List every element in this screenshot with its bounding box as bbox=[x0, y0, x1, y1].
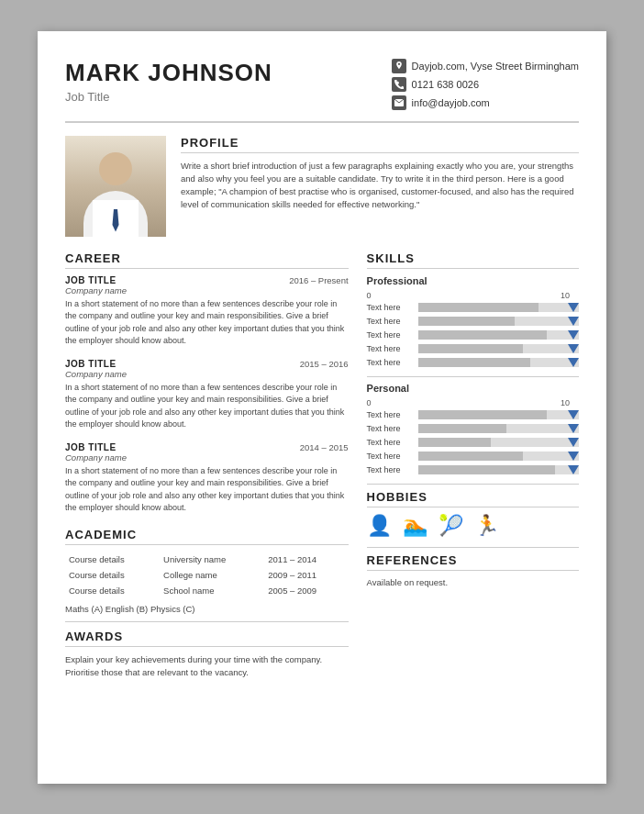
hobby-icon-3: 🎾 bbox=[439, 514, 463, 538]
job-header-1: JOB TITLE 2016 – Present bbox=[65, 275, 349, 285]
per-skill-1: Text here bbox=[367, 410, 579, 419]
job-desc-3: In a short statement of no more than a f… bbox=[65, 465, 349, 515]
per-skill-label-1: Text here bbox=[367, 410, 413, 419]
academic-title: ACADEMIC bbox=[65, 528, 349, 545]
photo-body bbox=[83, 191, 148, 237]
course-detail-2: Course details bbox=[65, 567, 160, 583]
per-skill-3: Text here bbox=[367, 438, 579, 447]
job-title-1: JOB TITLE bbox=[65, 275, 117, 285]
job-desc-1: In a short statement of no more than a f… bbox=[65, 298, 349, 348]
header-left: MARK JOHNSON Job Title bbox=[65, 59, 272, 104]
pro-skill-bar-2 bbox=[418, 317, 579, 326]
awards-section: AWARDS Explain your key achievements dur… bbox=[65, 630, 349, 680]
per-skill-bar-4 bbox=[418, 452, 579, 461]
pro-skill-4: Text here bbox=[367, 344, 579, 353]
job-dates-1: 2016 – Present bbox=[289, 275, 348, 285]
main-content: CAREER JOB TITLE 2016 – Present Company … bbox=[65, 251, 579, 680]
academic-table: Course details University name 2011 – 20… bbox=[65, 552, 349, 598]
pro-skill-label-3: Text here bbox=[367, 330, 413, 340]
job-desc-2: In a short statement of no more than a f… bbox=[65, 382, 349, 431]
left-column: CAREER JOB TITLE 2016 – Present Company … bbox=[65, 251, 349, 680]
academic-row-3: Course details School name 2005 – 2009 bbox=[65, 583, 349, 598]
per-skill-bar-1 bbox=[418, 410, 579, 419]
subjects-line: Maths (A) English (B) Physics (C) bbox=[65, 604, 349, 614]
contact-info: Dayjob.com, Vyse Street Birmingham 0121 … bbox=[392, 59, 579, 110]
per-scale-min: 0 bbox=[367, 398, 372, 407]
applicant-name: MARK JOHNSON bbox=[65, 59, 272, 87]
career-section: CAREER JOB TITLE 2016 – Present Company … bbox=[65, 251, 349, 515]
job-header-3: JOB TITLE 2014 – 2015 bbox=[65, 442, 349, 452]
pro-skill-bar-3 bbox=[418, 330, 579, 340]
pro-skill-bar-4 bbox=[418, 344, 579, 353]
per-scale-max: 10 bbox=[561, 398, 570, 407]
job-entry-1: JOB TITLE 2016 – Present Company name In… bbox=[65, 275, 349, 348]
pro-skill-label-5: Text here bbox=[367, 358, 413, 367]
per-skill-bar-3 bbox=[418, 438, 579, 447]
contact-email: info@dayjob.com bbox=[392, 95, 579, 110]
hobby-icon-2: 🏊 bbox=[403, 514, 427, 538]
photo-head bbox=[99, 152, 132, 185]
personal-skills-label: Personal bbox=[367, 383, 579, 394]
address-text: Dayjob.com, Vyse Street Birmingham bbox=[412, 61, 579, 72]
email-text: info@dayjob.com bbox=[412, 97, 490, 108]
course-detail-1: Course details bbox=[65, 552, 160, 567]
hobbies-section: HOBBIES 👤 🏊 🎾 🏃 bbox=[367, 490, 579, 538]
applicant-job-title: Job Title bbox=[65, 90, 272, 104]
per-skill-bar-5 bbox=[418, 465, 579, 474]
hobbies-title: HOBBIES bbox=[367, 490, 579, 507]
profile-text: Write a short brief introduction of just… bbox=[181, 160, 579, 212]
awards-title: AWARDS bbox=[65, 630, 349, 647]
job-dates-2: 2015 – 2016 bbox=[300, 359, 349, 369]
per-skill-label-3: Text here bbox=[367, 438, 413, 447]
pro-skill-bar-1 bbox=[418, 303, 579, 312]
pro-scale-min: 0 bbox=[367, 291, 372, 300]
company-name-1: Company name bbox=[65, 285, 349, 295]
per-skill-label-2: Text here bbox=[367, 424, 413, 433]
right-column: SKILLS Professional 0 10 Text here Text … bbox=[367, 251, 579, 680]
contact-address: Dayjob.com, Vyse Street Birmingham bbox=[392, 59, 579, 73]
references-section: REFERENCES Available on request. bbox=[367, 553, 579, 587]
company-name-2: Company name bbox=[65, 369, 349, 379]
references-text: Available on request. bbox=[367, 577, 579, 587]
profile-content: PROFILE Write a short brief introduction… bbox=[181, 136, 579, 237]
resume-document: MARK JOHNSON Job Title Dayjob.com, Vyse … bbox=[38, 31, 606, 784]
hobby-icon-1: 👤 bbox=[367, 514, 392, 538]
job-entry-3: JOB TITLE 2014 – 2015 Company name In a … bbox=[65, 442, 349, 515]
dates-1: 2011 – 2014 bbox=[264, 552, 348, 567]
skills-section: SKILLS Professional 0 10 Text here Text … bbox=[367, 251, 579, 474]
institution-1: University name bbox=[160, 552, 264, 567]
institution-2: College name bbox=[160, 567, 264, 583]
location-icon bbox=[392, 59, 406, 73]
pro-skill-label-4: Text here bbox=[367, 344, 413, 353]
skills-title: SKILLS bbox=[367, 251, 579, 269]
per-skill-label-5: Text here bbox=[367, 465, 413, 474]
institution-3: School name bbox=[160, 583, 264, 598]
awards-text: Explain your key achievements during you… bbox=[65, 653, 349, 680]
job-entry-2: JOB TITLE 2015 – 2016 Company name In a … bbox=[65, 359, 349, 431]
profile-title: PROFILE bbox=[181, 136, 579, 153]
job-header-2: JOB TITLE 2015 – 2016 bbox=[65, 359, 349, 369]
per-skill-5: Text here bbox=[367, 465, 579, 474]
per-skill-2: Text here bbox=[367, 424, 579, 433]
course-detail-3: Course details bbox=[65, 583, 160, 598]
references-title: REFERENCES bbox=[367, 553, 579, 571]
professional-scale-header: 0 10 bbox=[367, 291, 579, 300]
pro-skill-1: Text here bbox=[367, 303, 579, 312]
per-skill-4: Text here bbox=[367, 452, 579, 461]
contact-phone: 0121 638 0026 bbox=[392, 77, 579, 92]
phone-text: 0121 638 0026 bbox=[412, 79, 479, 90]
academic-row-1: Course details University name 2011 – 20… bbox=[65, 552, 349, 567]
professional-skills-label: Professional bbox=[367, 275, 579, 286]
pro-skill-label-1: Text here bbox=[367, 303, 413, 312]
pro-skill-3: Text here bbox=[367, 330, 579, 340]
per-skill-label-4: Text here bbox=[367, 452, 413, 461]
job-title-2: JOB TITLE bbox=[65, 359, 117, 369]
phone-icon bbox=[392, 77, 406, 92]
per-skill-bar-2 bbox=[418, 424, 579, 433]
pro-scale-max: 10 bbox=[561, 291, 570, 300]
job-dates-3: 2014 – 2015 bbox=[300, 442, 349, 452]
personal-scale-header: 0 10 bbox=[367, 398, 579, 407]
job-title-3: JOB TITLE bbox=[65, 442, 117, 452]
profile-photo bbox=[65, 136, 166, 237]
career-title: CAREER bbox=[65, 251, 349, 269]
